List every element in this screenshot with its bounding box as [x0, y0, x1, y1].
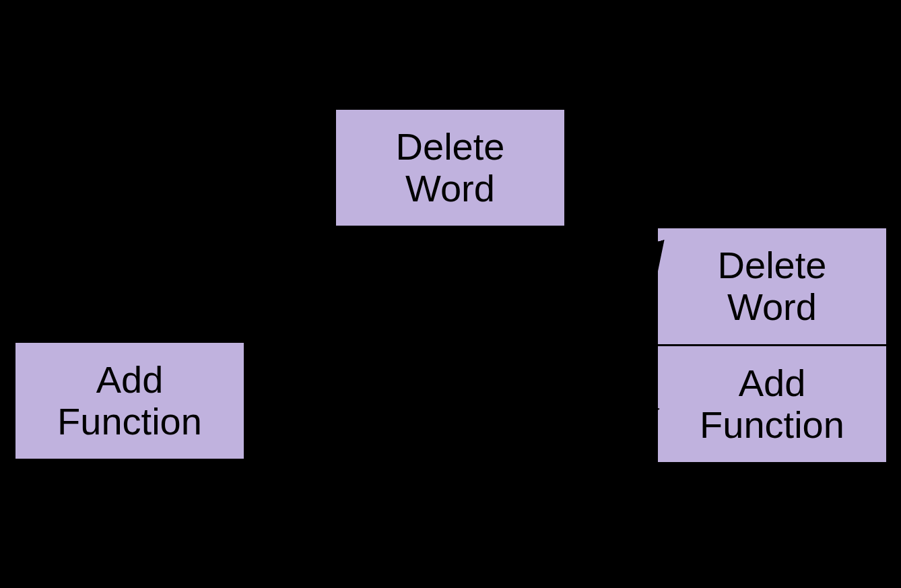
- merged-file-label: Merged File: [707, 492, 842, 573]
- diagram-canvas: File B File A Delete Word Add Function D…: [0, 0, 901, 588]
- merged-file-text: Merged File: [715, 492, 834, 571]
